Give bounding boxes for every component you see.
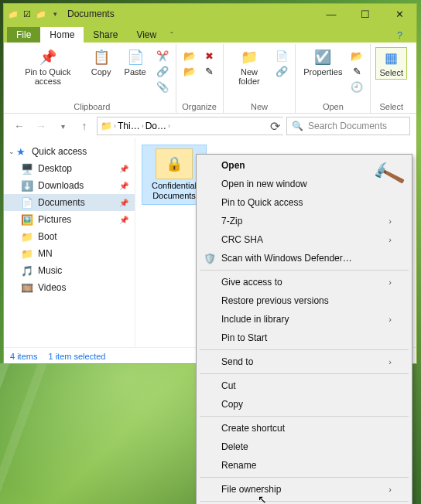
address-bar-row: ← → ▾ ↑ 📁 › Thi… › Do… › ⌄ ⟳ 🔍 Search Do… (4, 114, 416, 138)
chevron-right-icon: › (142, 122, 144, 130)
tab-file[interactable]: File (7, 27, 40, 43)
qat-dropdown-icon[interactable]: ▾ (49, 8, 61, 20)
clipboard-group-label: Clipboard (74, 100, 110, 113)
back-button[interactable]: ← (10, 117, 29, 135)
up-button[interactable]: ↑ (75, 117, 94, 135)
new-folder-button[interactable]: 📁 New folder (228, 47, 271, 87)
sidebar-item-boot[interactable]: 📁Boot (4, 228, 135, 245)
sidebar-item-label: Downloads (38, 180, 84, 191)
ctx-create-shortcut[interactable]: Create shortcut (198, 419, 410, 438)
sidebar-item-label: Documents (38, 197, 85, 208)
ctx-rename[interactable]: Rename (198, 456, 410, 475)
folder-icon: 📁 (21, 230, 33, 243)
sidebar-item-videos[interactable]: 🎞️Videos (4, 279, 135, 296)
easyaccess-icon[interactable]: 🔗 (273, 64, 290, 78)
forward-button[interactable]: → (32, 117, 50, 135)
edit-icon[interactable]: ✎ (348, 64, 365, 78)
tab-home[interactable]: Home (40, 27, 84, 43)
path-segment-documents[interactable]: Do… (145, 121, 166, 131)
ctx-open-new-window[interactable]: Open in new window (198, 175, 410, 193)
organize-group-label: Organize (182, 100, 217, 113)
ctx-7zip[interactable]: 7-Zip› (198, 212, 410, 230)
ctx-open[interactable]: Open (198, 156, 410, 175)
history-icon[interactable]: 🕘 (348, 80, 365, 94)
folder-icon: 📁 (7, 8, 19, 20)
search-input[interactable]: 🔍 Search Documents (286, 117, 410, 135)
ctx-copy[interactable]: Copy (198, 395, 410, 414)
properties-label: Properties (303, 67, 342, 77)
new-group-label: New (251, 100, 268, 113)
copy-button[interactable]: 📋 Copy (86, 47, 117, 78)
ctx-delete[interactable]: Delete (198, 438, 410, 456)
tab-view[interactable]: View (127, 27, 166, 43)
sidebar-item-mn[interactable]: 📁MN (4, 245, 135, 262)
window-title: Documents (67, 9, 115, 19)
copy-label: Copy (91, 67, 111, 77)
locked-folder-icon (156, 148, 193, 179)
ctx-give-access[interactable]: Give access to› (198, 273, 410, 291)
help-icon[interactable]: ? (392, 29, 407, 43)
status-count: 4 items (10, 352, 37, 361)
sidebar-item-pictures[interactable]: 🖼️Pictures📌 (4, 211, 135, 228)
sidebar-item-documents[interactable]: 📄Documents📌 (4, 194, 135, 211)
ctx-send-to[interactable]: Send to› (198, 352, 410, 371)
close-button[interactable]: ✕ (382, 4, 416, 24)
ctx-restore[interactable]: Restore previous versions (198, 291, 410, 310)
ribbon-tabs: File Home Share View ˇ ? (4, 24, 416, 43)
properties-button[interactable]: ☑️ Properties (300, 47, 345, 78)
qat-properties-icon[interactable]: ☑ (21, 8, 33, 20)
refresh-button[interactable]: ⟳ (266, 117, 283, 135)
ctx-defender[interactable]: 🛡️Scan with Windows Defender… (198, 249, 410, 267)
ctx-pin-quick-access[interactable]: Pin to Quick access (198, 193, 410, 212)
titlebar: 📁 ☑ 📁 ▾ Documents — ☐ ✕ (4, 4, 416, 24)
ctx-pin-start[interactable]: Pin to Start (198, 329, 410, 347)
chevron-right-icon: › (388, 216, 392, 226)
rename-icon[interactable]: ✎ (201, 64, 218, 78)
maximize-button[interactable]: ☐ (348, 4, 382, 24)
select-icon: ▦ (383, 49, 400, 66)
minimize-button[interactable]: — (314, 4, 348, 24)
ctx-cut[interactable]: Cut (198, 376, 410, 395)
recent-dropdown-icon[interactable]: ▾ (53, 117, 72, 135)
context-menu: Open Open in new window Pin to Quick acc… (196, 154, 412, 504)
open-icon[interactable]: 📂 (348, 49, 365, 63)
select-label: Select (379, 68, 403, 77)
sidebar-item-label: Music (38, 265, 62, 276)
paste-button[interactable]: 📄 Paste (120, 47, 151, 78)
pasteshortcut-icon[interactable]: 📎 (154, 80, 171, 94)
folder-icon: 📁 (21, 247, 33, 260)
chevron-right-icon: › (388, 485, 392, 494)
select-button[interactable]: ▦ Select (375, 47, 407, 80)
ribbon-collapse-icon[interactable]: ˇ (166, 29, 177, 43)
open-group-label: Open (323, 100, 344, 113)
copyto-icon[interactable]: 📂 (181, 64, 198, 78)
tab-share[interactable]: Share (84, 27, 127, 43)
cut-icon[interactable]: ✂️ (154, 49, 171, 63)
sidebar-quick-access[interactable]: ⌄ ★ Quick access (4, 143, 135, 160)
ctx-file-ownership[interactable]: File ownership› (198, 480, 410, 499)
moveto-icon[interactable]: 📂 (181, 49, 198, 63)
sidebar-item-downloads[interactable]: ⬇️Downloads📌 (4, 177, 135, 194)
quick-access-label: Quick access (32, 146, 87, 157)
folder-icon: 🖥️ (21, 162, 33, 175)
newitem-icon[interactable]: 📄 (273, 49, 290, 63)
paste-label: Paste (125, 67, 146, 77)
sidebar-item-music[interactable]: 🎵Music (4, 262, 135, 279)
separator (200, 416, 409, 417)
pin-icon: 📌 (119, 216, 128, 224)
status-selection: 1 item selected (48, 352, 105, 361)
star-icon: ★ (15, 145, 27, 158)
chevron-right-icon: › (388, 315, 392, 324)
delete-icon[interactable]: ✖ (201, 49, 218, 63)
path-segment-thispc[interactable]: Thi… (118, 121, 140, 131)
ctx-include-library[interactable]: Include in library› (198, 310, 410, 329)
sidebar-item-label: MN (38, 248, 53, 259)
sidebar-item-desktop[interactable]: 🖥️Desktop📌 (4, 160, 135, 177)
qat-newfolder-icon[interactable]: 📁 (35, 8, 47, 20)
address-bar[interactable]: 📁 › Thi… › Do… › ⌄ (97, 117, 283, 135)
copypath-icon[interactable]: 🔗 (154, 64, 171, 78)
pin-quick-access-button[interactable]: 📌 Pin to Quick access (13, 47, 83, 87)
separator (200, 349, 409, 350)
paste-icon: 📄 (127, 49, 144, 66)
ctx-crc-sha[interactable]: CRC SHA› (198, 230, 410, 249)
